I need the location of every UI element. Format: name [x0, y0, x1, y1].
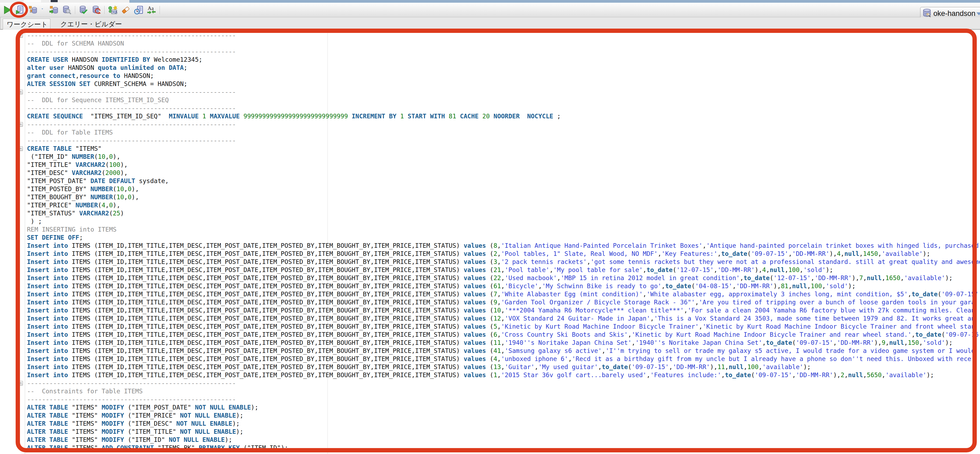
dropdown-arrow-icon[interactable]	[41, 5, 46, 15]
top-strip-fragment	[24, 0, 41, 2]
commit-icon[interactable]	[78, 5, 88, 15]
code-line: ALTER TABLE "ITEMS" MODIFY ("ITEM_DESC" …	[0, 419, 980, 428]
code-line: "ITEM_TITLE" VARCHAR2(100),	[0, 161, 980, 169]
code-line: ALTER TABLE "ITEMS" MODIFY ("ITEM_PRICE"…	[0, 411, 980, 419]
code-line: alter user HANDSON quota unlimited on DA…	[0, 64, 980, 72]
code-line: -- Constraints for Table ITEMS	[0, 387, 980, 395]
code-line: Insert into ITEMS (ITEM_ID,ITEM_TITLE,IT…	[0, 331, 980, 339]
code-line: "ITEM_BOUGHT_BY" NUMBER(10,0),	[0, 193, 980, 201]
code-line: Insert into ITEMS (ITEM_ID,ITEM_TITLE,IT…	[0, 274, 980, 282]
top-strip	[0, 0, 980, 3]
code-line: −---------------------------------------…	[0, 120, 980, 128]
code-line: ----------------------------------------…	[0, 104, 980, 112]
code-line: Insert into ITEMS (ITEM_ID,ITEM_TITLE,IT…	[0, 266, 980, 274]
code-fold-marker[interactable]: −	[18, 147, 23, 151]
code-line: "ITEM_DESC" VARCHAR2(2000),	[0, 169, 980, 177]
code-line: −---------------------------------------…	[0, 379, 980, 387]
code-fold-marker[interactable]: −	[18, 381, 23, 386]
code-line: "ITEM_POSTED_BY" NUMBER(10,0),	[0, 185, 980, 193]
code-line: Insert into ITEMS (ITEM_ID,ITEM_TITLE,IT…	[0, 355, 980, 363]
rollback-icon[interactable]	[91, 5, 101, 15]
code-line: Insert into ITEMS (ITEM_ID,ITEM_TITLE,IT…	[0, 242, 980, 250]
connection-dropdown-arrow[interactable]	[977, 13, 980, 15]
sql-worksheet-editor[interactable]: −---------------------------------------…	[0, 30, 980, 454]
code-line: −---------------------------------------…	[0, 31, 980, 39]
code-line: ALTER TABLE "ITEMS" MODIFY ("ITEM_TITLE"…	[0, 428, 980, 436]
code-line: Insert into ITEMS (ITEM_ID,ITEM_TITLE,IT…	[0, 290, 980, 298]
code-line: "ITEM_PRICE" NUMBER(4,0),	[0, 201, 980, 209]
code-line: -- DDL for Table ITEMS	[0, 128, 980, 136]
code-line: grant connect,resource to HANDSON;	[0, 72, 980, 80]
code-line: ) ;	[0, 217, 980, 225]
code-line: Insert into ITEMS (ITEM_ID,ITEM_TITLE,IT…	[0, 363, 980, 371]
toolbar-separator	[104, 6, 105, 14]
code-line: Insert into ITEMS (ITEM_ID,ITEM_TITLE,IT…	[0, 371, 980, 379]
explain-plan-icon[interactable]	[28, 5, 38, 15]
unshared-worksheet-icon[interactable]: SQL	[108, 5, 118, 15]
code-line: −CREATE TABLE "ITEMS"	[0, 145, 980, 153]
code-line: −---------------------------------------…	[0, 88, 980, 96]
svg-text:Aa: Aa	[148, 5, 154, 11]
change-case-icon[interactable]: Aa	[146, 5, 156, 15]
toolbar-separator	[159, 6, 160, 14]
code-line: ALTER TABLE "ITEMS" MODIFY ("ITEM_ID" NO…	[0, 436, 980, 444]
connection-name: oke-handson	[933, 10, 975, 18]
worksheet-tabbar: ワークシート クエリー・ビルダー	[0, 17, 980, 30]
code-line: Insert into ITEMS (ITEM_ID,ITEM_TITLE,IT…	[0, 347, 980, 355]
code-line: SET DEFINE OFF;	[0, 234, 980, 242]
code-fold-marker[interactable]: −	[18, 122, 23, 127]
code-line: ----------------------------------------…	[0, 136, 980, 145]
code-line: -- DDL for Sequence ITEMS_ITEM_ID_SEQ	[0, 96, 980, 104]
top-strip-tab-fragment	[51, 0, 58, 2]
sql-history-icon[interactable]	[134, 5, 143, 15]
run-script-icon[interactable]	[15, 5, 25, 15]
code-line: Insert into ITEMS (ITEM_ID,ITEM_TITLE,IT…	[0, 250, 980, 258]
code-lines: −---------------------------------------…	[0, 31, 980, 452]
code-line: ----------------------------------------…	[0, 48, 980, 56]
code-line: CREATE USER HANDSON IDENTIFIED BY Welcom…	[0, 56, 980, 64]
code-line: ("ITEM_ID" NUMBER(10,0),	[0, 153, 980, 161]
code-fold-marker[interactable]: −	[18, 33, 23, 38]
code-line: Insert into ITEMS (ITEM_ID,ITEM_TITLE,IT…	[0, 258, 980, 266]
code-line: Insert into ITEMS (ITEM_ID,ITEM_TITLE,IT…	[0, 282, 980, 290]
sql-tuning-advisor-icon[interactable]	[62, 5, 72, 15]
top-strip-blue-bar	[129, 0, 980, 3]
code-line: Insert into ITEMS (ITEM_ID,ITEM_TITLE,IT…	[0, 298, 980, 306]
tab-worksheet[interactable]: ワークシート	[3, 19, 50, 30]
code-fold-marker[interactable]: −	[18, 90, 23, 94]
clear-icon[interactable]	[121, 5, 130, 15]
code-line: ALTER TABLE "ITEMS" MODIFY ("ITEM_POST_D…	[0, 403, 980, 411]
code-line: "ITEM_STATUS" VARCHAR2(25)	[0, 209, 980, 217]
tab-query-builder[interactable]: クエリー・ビルダー	[60, 19, 122, 30]
toolbar: SQLAa	[0, 3, 980, 17]
code-line: ALTER SESSION SET CURRENT_SCHEMA = HANDS…	[0, 80, 980, 88]
run-statement-icon[interactable]	[2, 5, 12, 15]
code-line: "ITEM_POST_DATE" DATE DEFAULT sysdate,	[0, 177, 980, 185]
svg-text:SQL: SQL	[112, 11, 117, 13]
code-line: Insert into ITEMS (ITEM_ID,ITEM_TITLE,IT…	[0, 314, 980, 322]
code-line: REM INSERTING into ITEMS	[0, 225, 980, 234]
autotrace-icon[interactable]	[49, 5, 59, 15]
code-line: ----------------------------------------…	[0, 395, 980, 403]
code-line: Insert into ITEMS (ITEM_ID,ITEM_TITLE,IT…	[0, 322, 980, 331]
toolbar-separator	[75, 6, 75, 14]
code-line: ALTER TABLE "ITEMS" ADD CONSTRAINT "ITEM…	[0, 444, 980, 452]
code-line: Insert into ITEMS (ITEM_ID,ITEM_TITLE,IT…	[0, 339, 980, 347]
code-line: CREATE SEQUENCE "ITEMS_ITEM_ID_SEQ" MINV…	[0, 112, 980, 120]
code-line: Insert into ITEMS (ITEM_ID,ITEM_TITLE,IT…	[0, 306, 980, 314]
code-line: -- DDL for SCHEMA HANDSON	[0, 39, 980, 48]
